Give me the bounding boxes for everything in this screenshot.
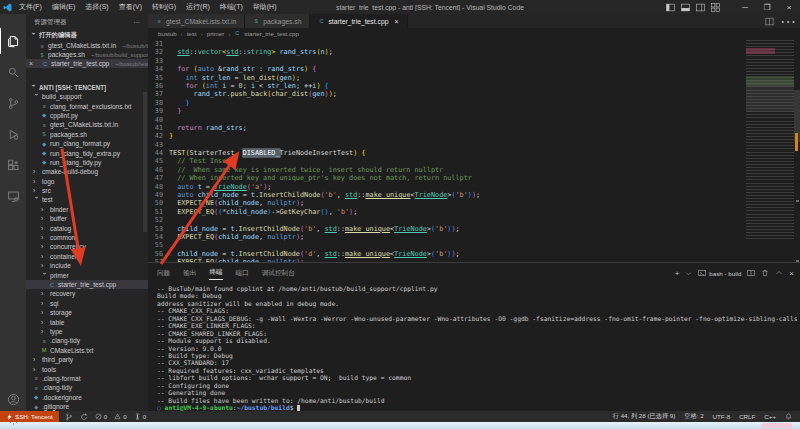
tab-starter_trie_test.cpp[interactable]: Cstarter_trie_test.cpp× [310,14,407,28]
tree-item[interactable]: ›container [26,252,148,261]
code-line[interactable]: 49 auto child_node = t.InsertChildNode('… [148,191,746,199]
code-line[interactable]: 56 child_node = t.InsertChildNode('d', s… [148,250,746,258]
panel-tab-调试控制台[interactable]: 调试控制台 [262,266,295,280]
breadcrumb-item[interactable]: bustub [158,30,177,37]
branch-icon[interactable] [65,413,73,421]
tree-item[interactable]: ›include [26,261,148,270]
code-line[interactable]: 40 [148,116,746,124]
menu-item[interactable]: 终端(T) [215,0,248,14]
code-line[interactable]: 31 [148,40,746,48]
terminal-output[interactable]: -- BusTub/main found cpplint at /home/an… [157,285,797,411]
sync-icon[interactable] [80,413,88,421]
code-line[interactable]: 51 EXPECT_EQ((*child_node)->GetKeyChar()… [148,208,746,216]
breadcrumb-item[interactable]: test [187,30,197,37]
tree-item[interactable]: ›storage [26,308,148,317]
sidebar-scrollbar[interactable] [143,92,147,232]
open-editor-item[interactable]: $packages.sh~/bustub/build_support [26,50,148,59]
code-line[interactable]: 33 [148,57,746,65]
open-editors-header[interactable]: › 打开的编辑器 [26,31,148,40]
remote-indicator[interactable]: SSH: Tencent [0,411,59,422]
tree-item[interactable]: ◆run_clang_tidy_extra.py [26,148,148,157]
close-panel-icon[interactable]: × [789,269,794,278]
tree-item[interactable]: ◆run_clang_tidy.py [26,158,148,167]
code-line[interactable]: 55 [148,241,746,249]
tree-item[interactable]: ◆.gitignore [26,402,148,411]
tree-item[interactable]: ›table [26,317,148,326]
minimap[interactable] [746,40,794,240]
status-item[interactable]: C++ [764,413,776,420]
code-line[interactable]: 48 auto t = TrieNode('a'); [148,183,746,191]
code-line[interactable]: 39 } [148,107,746,115]
tree-item[interactable]: ≡clang_format_exclusions.txt [26,101,148,110]
terminal-dropdown-chevron-icon[interactable] [685,270,692,277]
open-editor-item[interactable]: ≡gtest_CMakeLists.txt.in~/bustub/build..… [26,41,148,50]
code-line[interactable]: 47 // When inserted key and unique_ptr's… [148,174,746,182]
tree-item[interactable]: ›buffer [26,214,148,223]
kill-terminal-trash-icon[interactable] [761,269,769,277]
tree-item[interactable]: ≡.clang-format [26,374,148,383]
code-line[interactable]: 53 child_node = t.InsertChildNode('b', s… [148,225,746,233]
tree-item[interactable]: ›build_support [26,92,148,101]
tree-item[interactable]: ›cmake-build-debug [26,167,148,176]
tree-item[interactable]: ›concurrency [26,242,148,251]
bell-icon[interactable] [785,413,792,420]
tree-item[interactable]: ›tools [26,364,148,373]
code-line[interactable]: 32 std::vector<std::string> rand_strs(n)… [148,48,746,56]
code-line[interactable]: 44TEST(StarterTest, DISABLED_TrieNodeIns… [148,149,746,157]
tree-item[interactable]: ›logo [26,177,148,186]
breadcrumb-item[interactable]: starter_trie_test.cpp [244,30,299,37]
extensions-icon[interactable] [0,152,26,178]
tree-item[interactable]: $packages.sh [26,130,148,139]
code-line[interactable]: 36 for (int i = 0; i < str_len; ++i) { [148,82,746,90]
code-line[interactable]: 34 for (auto &rand_str : rand_strs) { [148,65,746,73]
explorer-icon[interactable] [0,28,26,54]
tab-gtest_CMakeLists.txt.in[interactable]: ≡gtest_CMakeLists.txt.in [148,14,245,28]
menu-item[interactable]: 选择(S) [80,0,113,14]
split-terminal-icon[interactable] [747,269,755,277]
tree-item[interactable]: ›common [26,233,148,242]
layout-toggle-icons[interactable] [666,3,720,12]
tree-item[interactable]: ≡gtest_CMakeLists.txt.in [26,120,148,129]
code-line[interactable]: 45 // Test Insert [148,157,746,165]
remote-explorer-icon[interactable] [0,183,26,209]
editor-scrollbar[interactable] [794,40,800,262]
code-line[interactable]: 38 } [148,99,746,107]
code-line[interactable]: 46 // When same key is inserted twice, i… [148,166,746,174]
menu-item[interactable]: 转到(G) [147,0,181,14]
tree-item[interactable]: ◆run_clang_format.py [26,139,148,148]
menu-item[interactable]: 查看(V) [114,0,147,14]
panel-tab-问题[interactable]: 问题 [157,266,170,280]
split-editor-icon[interactable] [765,17,774,26]
restore-button[interactable]: ❐ [756,0,778,14]
run-debug-icon[interactable] [0,121,26,147]
sidebar-more-actions-icon[interactable]: ··· [134,19,141,26]
close-editor-icon[interactable]: × [29,60,36,67]
panel-tab-输出[interactable]: 输出 [183,266,196,280]
open-editor-item[interactable]: ×Cstarter_trie_test.cpp~/bustub/test/pri… [26,59,148,68]
terminal-select[interactable]: bash - build [698,269,741,277]
new-terminal-icon[interactable]: + [675,269,680,278]
menu-item[interactable]: 编辑(E) [47,0,80,14]
status-item[interactable]: 行 44, 列 28 (已选择 9) [613,412,676,421]
ports-indicator[interactable]: 0 [134,413,146,420]
panel-tab-终端[interactable]: 终端 [209,266,222,280]
breadcrumb-item[interactable]: primer [207,30,225,37]
tree-item[interactable]: ◆.dockerignore [26,393,148,402]
panel-tab-端口[interactable]: 端口 [236,266,249,280]
code-line[interactable]: 50 EXPECT_NE(child_node, nullptr); [148,199,746,207]
tab-packages.sh[interactable]: $packages.sh [245,14,310,28]
tree-item[interactable]: ◆cpplint.py [26,111,148,120]
search-icon[interactable] [0,59,26,85]
project-section-header[interactable]: › ANTI [SSH: TENCENT] [26,83,148,92]
code-line[interactable]: 43 [148,141,746,149]
tree-item[interactable]: ›catalog [26,223,148,232]
code-line[interactable]: 54 EXPECT_EQ(child_node, nullptr); [148,233,746,241]
code-line[interactable]: 41 return rand_strs; [148,124,746,132]
tree-item[interactable]: ≡.clang-tidy [26,383,148,392]
tree-item[interactable]: ›sql [26,299,148,308]
tree-item[interactable]: ›src [26,186,148,195]
tree-item[interactable]: ›type [26,327,148,336]
errors-indicator[interactable]: 0 [95,413,107,420]
code-line[interactable]: 37 rand_str.push_back(char_dist(gen)); [148,90,746,98]
menu-item[interactable]: 运行(R) [181,0,215,14]
